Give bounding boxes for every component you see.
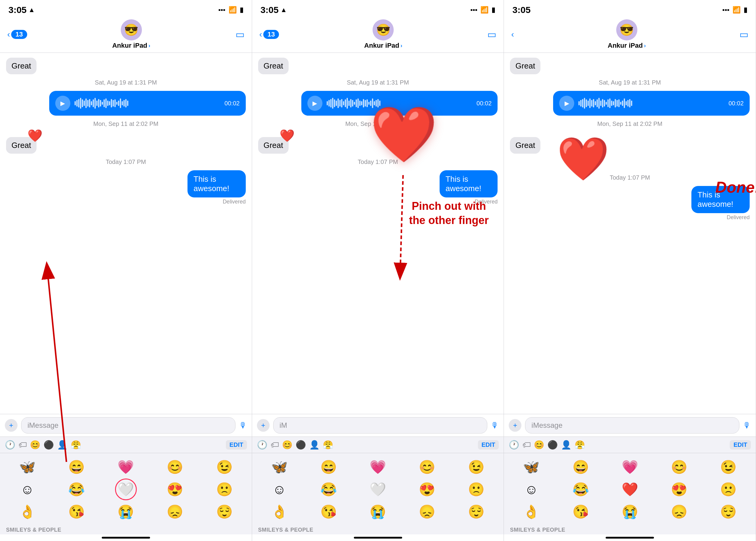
cat-disc-3[interactable]: ⚫ bbox=[547, 440, 558, 450]
sent-bubble-3: This is awesome! bbox=[691, 186, 750, 213]
cat-recent-1[interactable]: 🕐 bbox=[5, 440, 15, 450]
emoji-down-3[interactable]: 😞 bbox=[655, 501, 703, 523]
emoji-butterfly-1[interactable]: 🦋 bbox=[3, 456, 52, 478]
emoji-laugh-3[interactable]: 😂 bbox=[556, 478, 605, 500]
emoji-cry-2[interactable]: 😭 bbox=[354, 501, 402, 523]
edit-btn-3[interactable]: EDIT bbox=[730, 440, 751, 449]
emoji-relief-3[interactable]: 😌 bbox=[704, 501, 753, 523]
emoji-white-heart-2[interactable]: 🤍 bbox=[354, 478, 402, 500]
emoji-butterfly-2[interactable]: 🦋 bbox=[255, 456, 304, 478]
cat-sticker-1[interactable]: 🏷 bbox=[18, 440, 27, 450]
cat-smiley-1[interactable]: 😊 bbox=[30, 440, 40, 450]
play-btn-2[interactable]: ▶ bbox=[307, 96, 323, 111]
edit-btn-1[interactable]: EDIT bbox=[226, 440, 247, 449]
plus-btn-2[interactable]: + bbox=[257, 419, 270, 432]
emoji-cry-3[interactable]: 😭 bbox=[606, 501, 654, 523]
emoji-butterfly-3[interactable]: 🦋 bbox=[507, 456, 555, 478]
input-field-2[interactable]: iM bbox=[273, 417, 487, 433]
input-field-3[interactable]: iMessage bbox=[525, 417, 739, 433]
emoji-ok-1[interactable]: 👌 bbox=[3, 501, 52, 523]
emoji-grin-1[interactable]: 😄 bbox=[52, 456, 101, 478]
emoji-wink-2[interactable]: 😉 bbox=[452, 456, 500, 478]
cat-face2-3[interactable]: 😤 bbox=[574, 440, 585, 450]
emoji-smile-2[interactable]: 😊 bbox=[403, 456, 451, 478]
emoji-blush-2[interactable]: ☺️ bbox=[255, 478, 304, 500]
emoji-red-heart-3[interactable]: ❤️ bbox=[606, 478, 654, 500]
video-btn-2[interactable]: ▭ bbox=[487, 29, 496, 40]
emoji-blush-3[interactable]: ☺️ bbox=[507, 478, 555, 500]
time-2: 3:05 bbox=[261, 5, 279, 15]
emoji-laugh-1[interactable]: 😂 bbox=[52, 478, 101, 500]
cat-recent-2[interactable]: 🕐 bbox=[257, 440, 268, 450]
video-btn-1[interactable]: ▭ bbox=[236, 29, 245, 40]
emoji-grin-2[interactable]: 😄 bbox=[304, 456, 353, 478]
nav-back-3[interactable]: ‹ bbox=[511, 30, 514, 39]
audio-btn-3[interactable]: 🎙 bbox=[743, 421, 751, 430]
video-btn-3[interactable]: ▭ bbox=[739, 29, 748, 40]
cat-face2-2[interactable]: 😤 bbox=[323, 440, 333, 450]
plus-btn-3[interactable]: + bbox=[509, 419, 521, 432]
emoji-smile-3[interactable]: 😊 bbox=[655, 456, 703, 478]
emoji-relief-2[interactable]: 😌 bbox=[452, 501, 500, 523]
emoji-ok-2[interactable]: 👌 bbox=[255, 501, 304, 523]
emoji-heart-eyes-3[interactable]: 😍 bbox=[655, 478, 703, 500]
plus-btn-1[interactable]: + bbox=[5, 419, 18, 432]
play-btn-3[interactable]: ▶ bbox=[559, 96, 574, 111]
audio-btn-1[interactable]: 🎙 bbox=[239, 421, 247, 430]
emoji-relief-1[interactable]: 😌 bbox=[200, 501, 249, 523]
emoji-down-1[interactable]: 😞 bbox=[151, 501, 199, 523]
back-badge-1[interactable]: 13 bbox=[11, 30, 27, 39]
emoji-grin-3[interactable]: 😄 bbox=[556, 456, 605, 478]
emoji-kiss-3[interactable]: 😘 bbox=[556, 501, 605, 523]
emoji-heart-eyes-2[interactable]: 😍 bbox=[403, 478, 451, 500]
timestamp1-1: Sat, Aug 19 at 1:31 PM bbox=[6, 79, 246, 86]
emoji-pink-heart-2[interactable]: 💗 bbox=[354, 456, 402, 478]
emoji-sad-3[interactable]: 🙁 bbox=[704, 478, 753, 500]
contact-name-3[interactable]: Ankur iPad › bbox=[608, 42, 646, 50]
emoji-pink-heart-3[interactable]: 💗 bbox=[606, 456, 654, 478]
emoji-laugh-2[interactable]: 😂 bbox=[304, 478, 353, 500]
emoji-white-heart-1[interactable]: 🤍 bbox=[101, 478, 150, 500]
cat-people-2[interactable]: 👤 bbox=[309, 440, 320, 450]
emoji-blush-1[interactable]: ☺️ bbox=[3, 478, 52, 500]
edit-btn-2[interactable]: EDIT bbox=[478, 440, 499, 449]
back-badge-2[interactable]: 13 bbox=[263, 30, 279, 39]
cat-recent-3[interactable]: 🕐 bbox=[509, 440, 519, 450]
audio-btn-2[interactable]: 🎙 bbox=[491, 421, 499, 430]
nav-back-1[interactable]: ‹ 13 bbox=[7, 30, 27, 39]
input-field-1[interactable]: iMessage bbox=[21, 417, 236, 433]
emoji-sad-1[interactable]: 🙁 bbox=[200, 478, 249, 500]
emoji-ok-3[interactable]: 👌 bbox=[507, 501, 555, 523]
cat-sticker-3[interactable]: 🏷 bbox=[522, 440, 531, 450]
emoji-wink-1[interactable]: 😉 bbox=[200, 456, 249, 478]
panel-3: 3:05 ▪▪▪ 📶 ▮ ‹ 😎 Ankur iPad › ▭ Great Sa… bbox=[504, 0, 756, 541]
play-btn-1[interactable]: ▶ bbox=[55, 96, 70, 111]
contact-name-1[interactable]: Ankur iPad › bbox=[112, 42, 150, 50]
emoji-kiss-2[interactable]: 😘 bbox=[304, 501, 353, 523]
emoji-wink-3[interactable]: 😉 bbox=[704, 456, 753, 478]
cat-face2-1[interactable]: 😤 bbox=[71, 440, 81, 450]
nav-back-2[interactable]: ‹ 13 bbox=[259, 30, 279, 39]
cat-sticker-2[interactable]: 🏷 bbox=[271, 440, 279, 450]
old-received-2: Great bbox=[258, 58, 289, 74]
cat-disc-1[interactable]: ⚫ bbox=[43, 440, 54, 450]
emoji-grid-2: 🦋 😄 💗 😊 😉 ☺️ 😂 🤍 😍 🙁 👌 😘 😭 😞 😌 bbox=[252, 453, 504, 526]
home-bar-2 bbox=[354, 537, 402, 539]
cat-disc-2[interactable]: ⚫ bbox=[296, 440, 306, 450]
contact-name-2[interactable]: Ankur iPad › bbox=[364, 42, 402, 50]
emoji-sad-2[interactable]: 🙁 bbox=[452, 478, 500, 500]
emoji-pink-heart-1[interactable]: 💗 bbox=[101, 456, 150, 478]
cat-people-3[interactable]: 👤 bbox=[561, 440, 571, 450]
cat-smiley-3[interactable]: 😊 bbox=[534, 440, 544, 450]
cat-smiley-2[interactable]: 😊 bbox=[282, 440, 293, 450]
emoji-categories-2: 🕐 🏷 😊 ⚫ 👤 😤 EDIT bbox=[252, 437, 504, 453]
emoji-cry-1[interactable]: 😭 bbox=[101, 501, 150, 523]
emoji-smile-1[interactable]: 😊 bbox=[151, 456, 199, 478]
waveform-2 bbox=[327, 98, 472, 109]
chat-area-3: Great Sat, Aug 19 at 1:31 PM ▶ 00:02 Mon… bbox=[504, 53, 756, 414]
cat-people-1[interactable]: 👤 bbox=[57, 440, 68, 450]
emoji-heart-eyes-1[interactable]: 😍 bbox=[151, 478, 199, 500]
status-icons-1: ▪▪▪ 📶 ▮ bbox=[218, 6, 243, 14]
emoji-kiss-1[interactable]: 😘 bbox=[52, 501, 101, 523]
emoji-down-2[interactable]: 😞 bbox=[403, 501, 451, 523]
